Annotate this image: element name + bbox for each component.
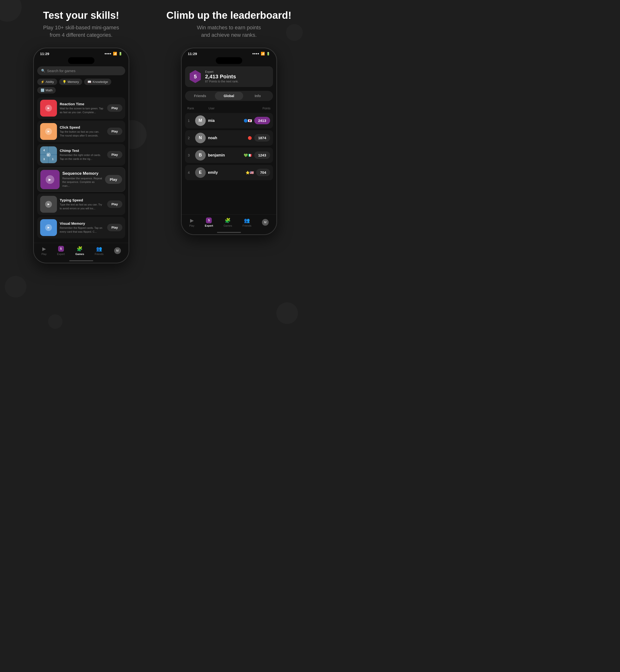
deco-circle-4 — [5, 276, 27, 298]
game-thumb-visual: ▶ — [40, 219, 57, 236]
nav-games-right[interactable]: 🧩 Games — [223, 217, 232, 227]
status-icons-right: ●●●● 📶 🔋 — [252, 52, 270, 55]
lb-tabs: Friends Global Info — [185, 91, 273, 101]
lb-score-benjamin: 1243 — [254, 151, 270, 159]
nav-expert-right[interactable]: 5 Expert — [205, 217, 213, 227]
lb-flags-benjamin: 💚🇮🇹 — [244, 153, 252, 157]
play-thumb-visual: ▶ — [45, 224, 52, 231]
lb-tab-info[interactable]: Info — [244, 92, 272, 100]
lb-avatar-benjamin: B — [195, 150, 206, 161]
game-item-typing: ▶ Typing Speed Type the text as fast as … — [37, 194, 125, 215]
game-item-click: ▶ Click Speed Tap the button as fast as … — [37, 121, 125, 142]
lb-tab-global[interactable]: Global — [215, 92, 243, 100]
game-info-click: Click Speed Tap the button as fast as yo… — [60, 125, 104, 138]
lb-flags-emily: ⭐🇺🇸 — [246, 171, 254, 174]
lb-header-points: Points — [262, 107, 270, 110]
dynamic-island-right — [216, 57, 242, 64]
game-item-sequence: ▶ Sequence Memory Remember the sequence.… — [37, 167, 125, 192]
chip-ability-label: Ability — [46, 80, 54, 84]
search-bar[interactable]: 🔍 Search for games — [37, 66, 125, 75]
deco-circle-5 — [48, 314, 62, 329]
rank-info: Expert 2,413 Points 87 Points to the nex… — [205, 70, 239, 83]
game-name-reaction: Reaction Time — [60, 102, 104, 106]
deco-circle-8 — [286, 24, 303, 41]
play-btn-click[interactable]: Play — [107, 127, 122, 135]
signal-icon-right: ●●●● — [252, 52, 259, 55]
nav-avatar-left[interactable]: M — [114, 247, 121, 254]
nav-friends-right[interactable]: 👥 Friends — [243, 217, 251, 227]
lb-score-noah: 1874 — [254, 134, 270, 142]
game-desc-typing: Type the text as fast as you can. Try to… — [60, 203, 104, 210]
home-indicator-left — [69, 260, 93, 261]
rank-points: 2,413 Points — [205, 73, 239, 80]
chip-memory[interactable]: 💡 Memory — [59, 79, 82, 85]
left-panel-title: Test your skills! — [43, 10, 119, 21]
play-thumb-typing: ▶ — [45, 201, 52, 208]
nav-avatar-right[interactable]: M — [262, 219, 269, 226]
game-desc-chimp: Remember the right order of cards. Tap o… — [60, 153, 104, 161]
lb-name-benjamin: benjamin — [208, 153, 242, 157]
nav-expert-label-r: Expert — [205, 224, 213, 227]
left-panel-subtitle: Play 10+ skill-based mini-gamesfrom 4 di… — [43, 24, 119, 39]
nav-friends-label-r: Friends — [243, 224, 251, 227]
game-desc-visual: Remember the flipped cards. Tap on every… — [60, 226, 104, 234]
play-thumb-sequence: ▶ — [46, 175, 54, 184]
math-icon: 🔢 — [41, 89, 45, 92]
game-info-sequence: Sequence Memory Remember the sequence. R… — [62, 171, 102, 188]
right-panel-subtitle: Win matches to earn pointsand achieve ne… — [197, 24, 261, 39]
game-desc-reaction: Wait for the screen to turn green. Tap a… — [60, 107, 104, 114]
lb-row-3: 3 B benjamin 💚🇮🇹 1243 — [185, 148, 273, 163]
signal-icon: ●●●● — [105, 52, 111, 55]
lb-avatar-mia: M — [195, 115, 206, 126]
game-thumb-chimp: 4 3 1 ▶ — [40, 146, 57, 163]
rank-label: Expert — [205, 70, 239, 73]
chip-knowledge[interactable]: 📖 Knowledge — [84, 79, 111, 85]
chip-ability[interactable]: ⚡ Ability — [37, 79, 57, 85]
nav-expert-badge: 5 — [58, 246, 64, 252]
lb-name-noah: noah — [208, 136, 246, 140]
chip-math[interactable]: 🔢 Math — [37, 87, 56, 94]
ability-icon: ⚡ — [41, 80, 45, 84]
play-btn-sequence[interactable]: Play — [105, 175, 122, 184]
game-desc-sequence: Remember the sequence. Repeat the sequen… — [62, 177, 102, 188]
nav-expert-left[interactable]: 5 Expert — [57, 246, 65, 256]
bottom-nav-right: ▶ Play 5 Expert 🧩 Games 👥 Friends M — [182, 214, 276, 232]
battery-icon-right: 🔋 — [266, 52, 270, 55]
play-btn-chimp[interactable]: Play — [107, 151, 122, 158]
chimp-play-overlay: ▶ — [46, 153, 51, 157]
nav-play-left[interactable]: ▶ Play — [41, 246, 46, 256]
lb-flags-mia: 🔵🇯🇵 — [244, 119, 252, 122]
left-phone: 11:29 ●●●● 📶 🔋 🔍 Search for games — [33, 48, 129, 263]
play-btn-reaction[interactable]: Play — [107, 104, 122, 112]
time-left: 11:29 — [40, 52, 49, 56]
right-panel: Climb up the leaderboard! Win matches to… — [155, 10, 303, 263]
play-btn-visual[interactable]: Play — [107, 224, 122, 231]
lb-rank-4: 4 — [188, 171, 193, 174]
right-phone-content: 5 Expert 2,413 Points 87 Points to the n… — [182, 66, 276, 214]
rank-level: 5 — [194, 73, 197, 80]
game-thumb-reaction: ▶ — [40, 100, 57, 116]
search-placeholder: Search for games — [47, 69, 75, 73]
knowledge-icon: 📖 — [88, 80, 91, 84]
lb-table-header: Rank User Points — [185, 105, 273, 111]
play-btn-typing[interactable]: Play — [107, 200, 122, 208]
lb-tab-friends[interactable]: Friends — [186, 92, 214, 100]
nav-friends-left[interactable]: 👥 Friends — [95, 246, 104, 256]
nav-avatar-icon: M — [114, 247, 121, 254]
game-thumb-sequence: ▶ — [40, 170, 60, 189]
nav-games-icon-r: 🧩 — [225, 217, 231, 223]
deco-circle-7 — [276, 302, 298, 324]
lb-initial-benjamin: B — [199, 153, 202, 158]
nav-games-left[interactable]: 🧩 Games — [75, 246, 84, 256]
lb-avatar-emily: E — [195, 167, 206, 178]
wifi-icon-right: 📶 — [261, 52, 265, 55]
nav-play-right[interactable]: ▶ Play — [189, 217, 194, 227]
lb-row-4: 4 E emily ⭐🇺🇸 704 — [185, 165, 273, 180]
lb-score-emily: 704 — [256, 169, 270, 176]
nav-avatar-icon-r: M — [262, 219, 269, 226]
game-info-visual: Visual Memory Remember the flipped cards… — [60, 221, 104, 234]
game-item-chimp: 4 3 1 ▶ Chimp Test Remember the right or… — [37, 144, 125, 166]
dynamic-island-left — [68, 57, 94, 64]
nav-friends-label: Friends — [95, 253, 104, 256]
chip-knowledge-label: Knowledge — [93, 80, 108, 84]
